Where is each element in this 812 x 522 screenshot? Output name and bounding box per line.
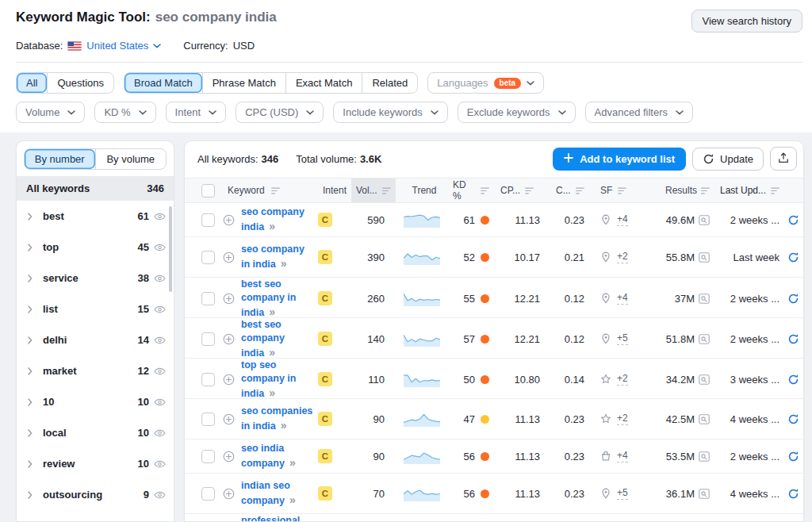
tab-broad-match[interactable]: Broad Match <box>124 73 202 93</box>
expand-keyword-icon[interactable]: » <box>269 305 274 318</box>
add-keyword-icon[interactable] <box>223 413 235 425</box>
row-checkbox[interactable] <box>201 373 215 386</box>
add-keyword-icon[interactable] <box>223 488 235 500</box>
sidebar-tab-by-volume[interactable]: By volume <box>95 149 167 169</box>
languages-dropdown[interactable]: Languages beta <box>427 72 544 94</box>
eye-icon[interactable] <box>154 490 166 500</box>
eye-icon[interactable] <box>154 397 166 407</box>
keyword-link[interactable]: seo companies in india <box>241 405 312 432</box>
serp-features-count[interactable]: +5 <box>617 487 628 500</box>
expand-keyword-icon[interactable]: » <box>269 386 274 399</box>
sidebar-group-cheap[interactable]: cheap7 <box>17 510 174 521</box>
filter-volume-dropdown[interactable]: Volume <box>16 102 85 123</box>
add-keyword-icon[interactable] <box>223 214 235 226</box>
refresh-icon[interactable] <box>787 293 799 305</box>
add-keyword-icon[interactable] <box>223 333 235 345</box>
serp-features-count[interactable]: +2 <box>617 373 628 386</box>
filter-intent-dropdown[interactable]: Intent <box>166 102 227 123</box>
sidebar-group-market[interactable]: market12 <box>17 355 174 386</box>
column-header-upd[interactable]: Last Upd... <box>714 178 781 202</box>
tab-exact-match[interactable]: Exact Match <box>285 73 362 93</box>
tab-phrase-match[interactable]: Phrase Match <box>202 73 285 93</box>
sidebar-tab-by-number[interactable]: By number <box>25 149 95 169</box>
refresh-icon[interactable] <box>787 451 799 463</box>
column-header-kw[interactable]: Keyword <box>223 178 318 202</box>
keyword-link[interactable]: best seo company india <box>241 319 285 359</box>
serp-features-count[interactable]: +2 <box>617 251 628 263</box>
filter-include-keywords-dropdown[interactable]: Include keywords <box>333 102 447 123</box>
serp-features-count[interactable]: +2 <box>617 413 628 425</box>
sidebar-group-service[interactable]: service38 <box>17 263 174 294</box>
column-header-sf[interactable]: SF <box>596 178 645 202</box>
column-header-vol[interactable]: Vol... <box>351 178 396 202</box>
sidebar-group-outsourcing[interactable]: outsourcing9 <box>17 479 174 510</box>
tab-all[interactable]: All <box>17 73 47 93</box>
row-checkbox[interactable] <box>201 487 215 501</box>
database-selector[interactable]: United States <box>67 40 161 52</box>
refresh-icon[interactable] <box>787 413 799 425</box>
add-keyword-icon[interactable] <box>223 293 235 305</box>
serp-preview-icon[interactable] <box>699 294 710 304</box>
expand-keyword-icon[interactable]: » <box>269 220 274 232</box>
eye-icon[interactable] <box>154 243 166 252</box>
add-to-keyword-list-button[interactable]: Add to keyword list <box>553 148 686 171</box>
keyword-link[interactable]: seo india company <box>241 443 285 469</box>
refresh-icon[interactable] <box>787 488 799 500</box>
serp-preview-icon[interactable] <box>699 489 710 499</box>
eye-icon[interactable] <box>154 367 166 376</box>
export-button[interactable] <box>770 147 797 171</box>
serp-features-count[interactable]: +4 <box>617 213 628 226</box>
row-checkbox[interactable] <box>201 292 215 305</box>
eye-icon[interactable] <box>154 212 166 221</box>
expand-keyword-icon[interactable]: » <box>289 456 295 469</box>
serp-preview-icon[interactable] <box>699 334 710 344</box>
add-keyword-icon[interactable] <box>223 451 235 463</box>
eye-icon[interactable] <box>154 521 166 522</box>
column-header-kd[interactable]: KD % <box>448 178 496 202</box>
filter-cpc-usd-dropdown[interactable]: CPC (USD) <box>236 102 324 123</box>
row-checkbox[interactable] <box>201 251 215 264</box>
select-all-checkbox[interactable] <box>201 184 215 198</box>
serp-features-count[interactable]: +4 <box>617 450 628 463</box>
tab-related[interactable]: Related <box>362 73 417 93</box>
expand-keyword-icon[interactable]: » <box>281 257 286 270</box>
view-search-history-button[interactable]: View search history <box>691 10 802 33</box>
filter-advanced-filters-dropdown[interactable]: Advanced filters <box>585 102 694 123</box>
filter-kd-dropdown[interactable]: KD % <box>94 102 155 123</box>
eye-icon[interactable] <box>154 459 166 469</box>
sidebar-group-review[interactable]: review10 <box>17 448 174 479</box>
refresh-icon[interactable] <box>787 214 799 226</box>
expand-keyword-icon[interactable]: » <box>269 346 274 359</box>
row-checkbox[interactable] <box>201 413 215 426</box>
serp-preview-icon[interactable] <box>699 451 710 462</box>
serp-features-count[interactable]: +5 <box>617 332 628 345</box>
eye-icon[interactable] <box>154 428 166 438</box>
serp-preview-icon[interactable] <box>699 414 710 424</box>
keyword-link[interactable]: professional seo company india <box>241 515 304 521</box>
sidebar-all-keywords[interactable]: All keywords 346 <box>17 176 174 201</box>
eye-icon[interactable] <box>154 274 166 283</box>
sidebar-group-10[interactable]: 1010 <box>17 386 174 417</box>
tab-questions[interactable]: Questions <box>47 73 113 93</box>
refresh-icon[interactable] <box>787 251 799 263</box>
sidebar-group-list[interactable]: list15 <box>17 294 174 324</box>
filter-exclude-keywords-dropdown[interactable]: Exclude keywords <box>458 102 576 123</box>
column-header-res[interactable]: Results <box>645 178 714 202</box>
keyword-link[interactable]: indian seo company <box>241 480 290 506</box>
serp-features-count[interactable]: +4 <box>617 292 628 305</box>
column-header-com[interactable]: C... <box>551 178 596 202</box>
serp-preview-icon[interactable] <box>699 374 710 385</box>
sidebar-group-local[interactable]: local10 <box>17 417 174 448</box>
eye-icon[interactable] <box>154 336 166 345</box>
serp-preview-icon[interactable] <box>699 252 710 263</box>
serp-preview-icon[interactable] <box>699 215 710 225</box>
row-checkbox[interactable] <box>201 450 215 463</box>
refresh-icon[interactable] <box>787 333 799 345</box>
update-button[interactable]: Update <box>692 148 764 171</box>
sidebar-scrollbar[interactable] <box>169 206 172 292</box>
column-header-cpc[interactable]: CP... <box>496 178 551 202</box>
refresh-icon[interactable] <box>787 374 799 386</box>
add-keyword-icon[interactable] <box>223 374 235 386</box>
row-checkbox[interactable] <box>201 213 215 227</box>
sidebar-group-delhi[interactable]: delhi14 <box>17 324 174 355</box>
